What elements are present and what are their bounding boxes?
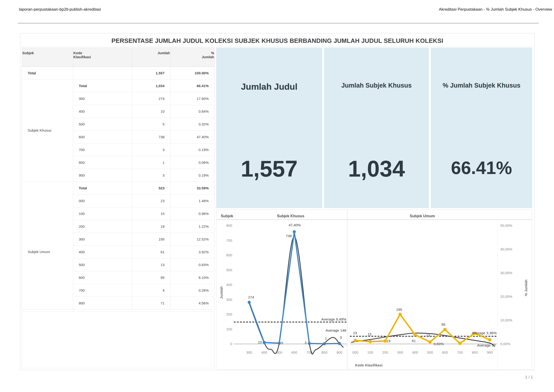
cell-jumlah[interactable]: 274 (132, 92, 170, 105)
data-point-marker[interactable] (428, 340, 432, 344)
data-point-marker[interactable] (413, 333, 417, 336)
cell-kode[interactable]: 800 (73, 297, 132, 309)
empty-panel (22, 312, 215, 368)
kpi-value: 1,557 (241, 157, 298, 180)
cell-kode[interactable] (73, 67, 132, 79)
trend-line[interactable] (249, 237, 343, 354)
cell-pct[interactable]: 33.59% (170, 182, 214, 194)
data-point-marker[interactable] (248, 301, 251, 304)
cell-jumlah[interactable]: 23 (132, 194, 170, 207)
data-point-marker[interactable] (443, 328, 447, 331)
cell-kode[interactable]: 400 (73, 105, 132, 118)
cell-pct[interactable]: 1.48% (170, 194, 214, 207)
col-header-subjek: Subjek (22, 48, 73, 67)
cell-jumlah[interactable]: 738 (132, 130, 170, 143)
cell-kode[interactable]: Total (73, 79, 132, 92)
cell-kode[interactable]: 800 (73, 156, 132, 169)
cell-pct[interactable]: 100.00% (170, 67, 214, 79)
cell-jumlah[interactable]: 4 (132, 284, 170, 297)
cell-pct[interactable]: 4.56% (170, 297, 214, 309)
series-line[interactable] (249, 232, 339, 344)
cell-pct[interactable]: 0.26% (170, 284, 214, 297)
cell-pct[interactable]: 17.60% (170, 92, 214, 105)
cell-pct[interactable]: 0.32% (170, 118, 214, 130)
left-axis-tick: 800 (226, 224, 232, 227)
data-point-marker[interactable] (458, 342, 462, 345)
cell-kode[interactable]: 200 (73, 220, 132, 233)
data-point-marker[interactable] (338, 342, 341, 345)
cell-jumlah[interactable]: 10 (132, 105, 170, 118)
cell-jumlah[interactable]: 95 (132, 271, 170, 284)
cell-group-name[interactable]: Subjek Umum (22, 182, 73, 310)
cell-pct[interactable]: 12.52% (170, 233, 214, 245)
data-point-marker[interactable] (278, 342, 281, 345)
cell-jumlah[interactable]: 61 (132, 245, 170, 258)
cell-pct[interactable]: 0.96% (170, 207, 214, 220)
data-point-label: 274 (248, 295, 254, 299)
cell-pct[interactable]: 0.64% (170, 105, 214, 118)
cell-jumlah[interactable]: 15 (132, 207, 170, 220)
data-point-marker[interactable] (263, 341, 266, 344)
cell-kode[interactable]: 600 (73, 130, 132, 143)
cell-kode[interactable]: 900 (73, 309, 132, 310)
cell-kode[interactable]: 000 (73, 194, 132, 207)
cell-pct[interactable]: 0.19% (170, 143, 214, 156)
cell-jumlah[interactable]: 19 (132, 220, 170, 233)
x-axis-tick: 600 (442, 350, 448, 354)
cell-subjek[interactable]: Total (22, 67, 73, 79)
right-axis-title: % Jumlah (524, 280, 528, 296)
left-axis-tick: 100 (226, 327, 232, 331)
cell-pct[interactable]: 0.83% (170, 258, 214, 271)
right-axis-tick: 0,00% (500, 342, 511, 346)
x-axis-tick: 200 (382, 350, 388, 354)
table-row-group-total: Subjek UmumTotal52333.59% (22, 182, 214, 194)
cell-jumlah[interactable]: 13 (132, 258, 170, 271)
cell-kode[interactable]: 500 (73, 118, 132, 130)
cell-jumlah[interactable]: 3 (132, 143, 170, 156)
cell-pct[interactable]: 1.22% (170, 220, 214, 233)
kpi-title: % Jumlah Subjek Khusus (443, 82, 521, 89)
cell-kode[interactable]: 600 (73, 271, 132, 284)
cell-group-name[interactable]: Subjek Khusus (22, 79, 73, 182)
cell-jumlah[interactable]: 1,034 (132, 79, 170, 92)
cell-kode[interactable]: 100 (73, 207, 132, 220)
cell-kode[interactable]: 700 (73, 284, 132, 297)
cell-kode[interactable]: 900 (73, 169, 132, 182)
cell-kode[interactable]: 300 (73, 92, 132, 105)
x-axis-tick: 500 (427, 350, 433, 354)
cell-jumlah[interactable]: 27 (132, 309, 170, 310)
data-point-marker[interactable] (323, 342, 326, 345)
cell-kode[interactable]: 300 (73, 233, 132, 245)
cell-pct[interactable]: 47.40% (170, 130, 214, 143)
cell-pct[interactable]: 3.92% (170, 245, 214, 258)
cell-jumlah[interactable]: 1,557 (132, 67, 170, 79)
cell-pct[interactable]: 1.73% (170, 309, 214, 310)
cell-jumlah[interactable]: 71 (132, 297, 170, 309)
cell-kode[interactable]: Total (73, 182, 132, 194)
cell-kode[interactable]: 700 (73, 143, 132, 156)
cell-jumlah[interactable]: 5 (132, 118, 170, 130)
cell-pct[interactable]: 66.41% (170, 79, 214, 92)
x-axis-tick: 300 (246, 350, 252, 354)
x-axis-title: Kode Klasifikasi (355, 363, 383, 367)
data-point-marker[interactable] (488, 338, 491, 342)
dashboard-container: PERSENTASE JUMLAH JUDUL KOLEKSI SUBJEK K… (20, 33, 535, 370)
cell-pct[interactable]: 6.10% (170, 271, 214, 284)
kpi-value: 1,034 (348, 157, 405, 180)
data-point-label: 47,40% (289, 223, 301, 227)
data-point-marker[interactable] (354, 339, 357, 342)
cell-jumlah[interactable]: 195 (132, 233, 170, 245)
data-point-marker[interactable] (369, 340, 372, 343)
data-point-marker[interactable] (398, 313, 402, 316)
cell-jumlah[interactable]: 3 (132, 169, 170, 182)
data-point-marker[interactable] (293, 230, 296, 233)
cell-jumlah[interactable]: 1 (132, 156, 170, 169)
header-divider (18, 23, 539, 23)
cell-pct[interactable]: 0.06% (170, 156, 214, 169)
data-point-marker[interactable] (308, 342, 311, 345)
cell-jumlah[interactable]: 523 (132, 182, 170, 194)
cell-kode[interactable]: 400 (73, 245, 132, 258)
cell-kode[interactable]: 500 (73, 258, 132, 271)
cell-pct[interactable]: 0.19% (170, 169, 214, 182)
data-point-label: 1 (325, 336, 327, 340)
